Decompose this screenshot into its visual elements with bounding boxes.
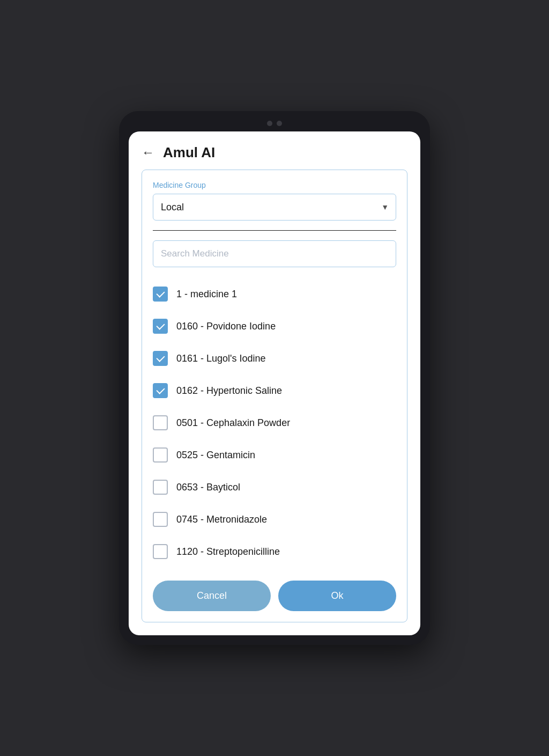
medicine-label: 0745 - Metronidazole	[176, 514, 267, 525]
medicine-checkbox[interactable]	[153, 415, 168, 430]
ok-button[interactable]: Ok	[278, 581, 396, 611]
page-title: Amul AI	[163, 144, 215, 161]
medicine-checkbox[interactable]	[153, 383, 168, 398]
medicine-checkbox[interactable]	[153, 351, 168, 366]
medicine-checkbox[interactable]	[153, 480, 168, 495]
medicine-label: 0162 - Hypertonic Saline	[176, 385, 282, 397]
medicine-checkbox[interactable]	[153, 512, 168, 527]
footer-buttons: Cancel Ok	[153, 581, 396, 611]
medicine-list: 1 - medicine 10160 - Povidone Iodine0161…	[153, 278, 396, 568]
back-button[interactable]: ←	[142, 146, 154, 159]
divider	[153, 230, 396, 231]
main-card: Medicine Group Local Global Generic ▼ 1 …	[142, 170, 407, 623]
medicine-item[interactable]: 0162 - Hypertonic Saline	[153, 375, 396, 407]
search-input[interactable]	[153, 240, 396, 267]
medicine-item[interactable]: 0525 - Gentamicin	[153, 439, 396, 471]
medicine-group-label: Medicine Group	[153, 181, 396, 189]
medicine-item[interactable]: 0160 - Povidone Iodine	[153, 310, 396, 342]
medicine-item[interactable]: 0501 - Cephalaxin Powder	[153, 407, 396, 439]
camera-dot-1	[267, 121, 272, 126]
medicine-item[interactable]: 0161 - Lugol's Iodine	[153, 342, 396, 375]
content-area: Medicine Group Local Global Generic ▼ 1 …	[129, 170, 420, 636]
medicine-label: 0525 - Gentamicin	[176, 450, 255, 461]
medicine-checkbox[interactable]	[153, 287, 168, 302]
camera-dot-2	[277, 121, 282, 126]
header: ← Amul AI	[129, 131, 420, 170]
medicine-item[interactable]: 1120 - Streptopenicilline	[153, 535, 396, 568]
medicine-item[interactable]: 0745 - Metronidazole	[153, 503, 396, 535]
medicine-group-select-wrapper: Local Global Generic ▼	[153, 194, 396, 221]
medicine-label: 1120 - Streptopenicilline	[176, 546, 280, 557]
medicine-label: 1 - medicine 1	[176, 289, 237, 300]
medicine-checkbox[interactable]	[153, 544, 168, 559]
medicine-item[interactable]: 1 - medicine 1	[153, 278, 396, 310]
medicine-checkbox[interactable]	[153, 319, 168, 334]
medicine-item[interactable]: 0653 - Bayticol	[153, 471, 396, 503]
medicine-label: 0501 - Cephalaxin Powder	[176, 417, 290, 429]
medicine-label: 0653 - Bayticol	[176, 482, 240, 493]
screen: ← Amul AI Medicine Group Local Global Ge…	[129, 131, 420, 636]
medicine-group-select[interactable]: Local Global Generic	[153, 194, 396, 221]
cancel-button[interactable]: Cancel	[153, 581, 271, 611]
medicine-checkbox[interactable]	[153, 447, 168, 463]
device-camera	[129, 121, 420, 126]
medicine-label: 0160 - Povidone Iodine	[176, 321, 276, 332]
device-frame: ← Amul AI Medicine Group Local Global Ge…	[119, 111, 430, 645]
medicine-label: 0161 - Lugol's Iodine	[176, 353, 266, 364]
